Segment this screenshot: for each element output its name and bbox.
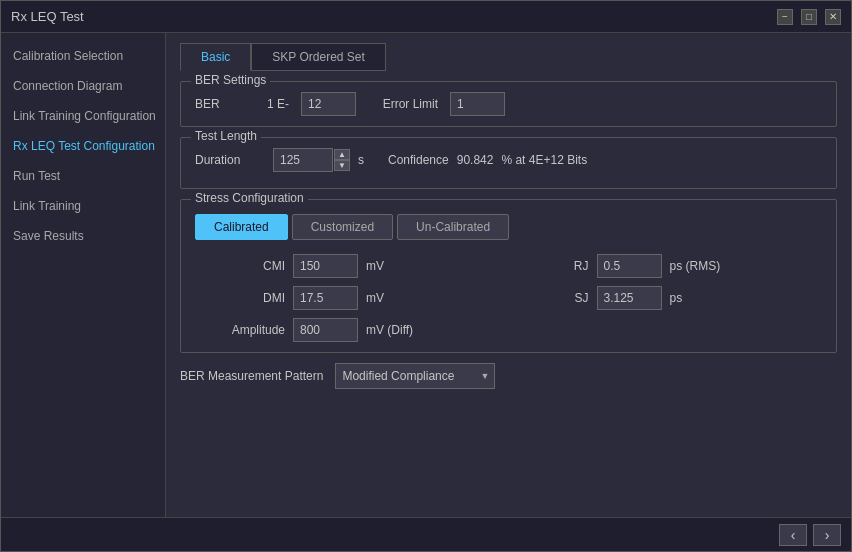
tab-bar: Basic SKP Ordered Set: [180, 43, 837, 71]
ber-row: BER 1 E- Error Limit: [195, 92, 822, 116]
amplitude-unit: mV (Diff): [366, 323, 421, 337]
stress-tab-bar: Calibrated Customized Un-Calibrated: [195, 214, 822, 240]
confidence-value: 90.842: [457, 153, 494, 167]
duration-input[interactable]: [273, 148, 333, 172]
main-content: Basic SKP Ordered Set BER Settings BER 1…: [166, 33, 851, 517]
stress-config-group: Stress Configuration Calibrated Customiz…: [180, 199, 837, 353]
footer-bar: ‹ ›: [1, 517, 851, 551]
sj-unit: ps: [670, 291, 725, 305]
sj-input[interactable]: [597, 286, 662, 310]
cmi-unit: mV: [366, 259, 421, 273]
amplitude-label: Amplitude: [215, 323, 285, 337]
cmi-row: CMI mV: [215, 254, 499, 278]
test-length-group: Test Length Duration ▲ ▼ s Confidence 90…: [180, 137, 837, 189]
sidebar-item-calibration-selection[interactable]: Calibration Selection: [1, 41, 165, 71]
duration-decrement[interactable]: ▼: [334, 160, 350, 171]
sidebar-item-link-training[interactable]: Link Training: [1, 191, 165, 221]
sidebar-item-connection-diagram[interactable]: Connection Diagram: [1, 71, 165, 101]
window-body: Calibration Selection Connection Diagram…: [1, 33, 851, 517]
sidebar-item-save-results[interactable]: Save Results: [1, 221, 165, 251]
amplitude-row: Amplitude mV (Diff): [215, 318, 499, 342]
rj-row: RJ ps (RMS): [519, 254, 803, 278]
stress-tab-calibrated[interactable]: Calibrated: [195, 214, 288, 240]
duration-label: Duration: [195, 153, 265, 167]
stress-fields: CMI mV RJ ps (RMS) DMI mV: [195, 254, 822, 342]
ber-prefix: 1 E-: [267, 97, 289, 111]
duration-spinner-buttons: ▲ ▼: [334, 149, 350, 171]
rj-input[interactable]: [597, 254, 662, 278]
cmi-label: CMI: [215, 259, 285, 273]
duration-increment[interactable]: ▲: [334, 149, 350, 160]
sj-label: SJ: [519, 291, 589, 305]
window-title: Rx LEQ Test: [11, 9, 84, 24]
ber-settings-title: BER Settings: [191, 73, 270, 87]
amplitude-input[interactable]: [293, 318, 358, 342]
duration-row: Duration ▲ ▼ s Confidence 90.842 % at 4E…: [195, 148, 822, 172]
cmi-input[interactable]: [293, 254, 358, 278]
error-limit-label: Error Limit: [368, 97, 438, 111]
main-window: Rx LEQ Test − □ ✕ Calibration Selection …: [0, 0, 852, 552]
maximize-button[interactable]: □: [801, 9, 817, 25]
duration-spinner: ▲ ▼: [273, 148, 350, 172]
ber-label: BER: [195, 97, 255, 111]
title-bar: Rx LEQ Test − □ ✕: [1, 1, 851, 33]
ber-measurement-row: BER Measurement Pattern Modified Complia…: [180, 363, 837, 389]
dmi-unit: mV: [366, 291, 421, 305]
error-limit-input[interactable]: [450, 92, 505, 116]
ber-measurement-select[interactable]: Modified Compliance Compliance: [335, 363, 495, 389]
confidence-suffix: % at 4E+12 Bits: [501, 153, 587, 167]
ber-measurement-select-wrapper: Modified Compliance Compliance: [335, 363, 495, 389]
rj-label: RJ: [519, 259, 589, 273]
close-button[interactable]: ✕: [825, 9, 841, 25]
tab-skp-ordered-set[interactable]: SKP Ordered Set: [251, 43, 386, 71]
dmi-label: DMI: [215, 291, 285, 305]
window-controls: − □ ✕: [777, 9, 841, 25]
stress-config-title: Stress Configuration: [191, 191, 308, 205]
duration-unit: s: [358, 153, 364, 167]
sj-row: SJ ps: [519, 286, 803, 310]
sidebar-item-run-test[interactable]: Run Test: [1, 161, 165, 191]
stress-tab-customized[interactable]: Customized: [292, 214, 393, 240]
ber-settings-group: BER Settings BER 1 E- Error Limit: [180, 81, 837, 127]
dmi-input[interactable]: [293, 286, 358, 310]
sidebar-item-rx-leq-test-configuration[interactable]: Rx LEQ Test Configuration: [1, 131, 165, 161]
ber-value-input[interactable]: [301, 92, 356, 116]
test-length-title: Test Length: [191, 129, 261, 143]
minimize-button[interactable]: −: [777, 9, 793, 25]
tab-basic[interactable]: Basic: [180, 43, 251, 71]
sidebar: Calibration Selection Connection Diagram…: [1, 33, 166, 517]
rj-unit: ps (RMS): [670, 259, 725, 273]
ber-measurement-label: BER Measurement Pattern: [180, 369, 323, 383]
sidebar-item-link-training-configuration[interactable]: Link Training Configuration: [1, 101, 165, 131]
stress-tab-un-calibrated[interactable]: Un-Calibrated: [397, 214, 509, 240]
dmi-row: DMI mV: [215, 286, 499, 310]
forward-button[interactable]: ›: [813, 524, 841, 546]
confidence-label: Confidence: [388, 153, 449, 167]
back-button[interactable]: ‹: [779, 524, 807, 546]
